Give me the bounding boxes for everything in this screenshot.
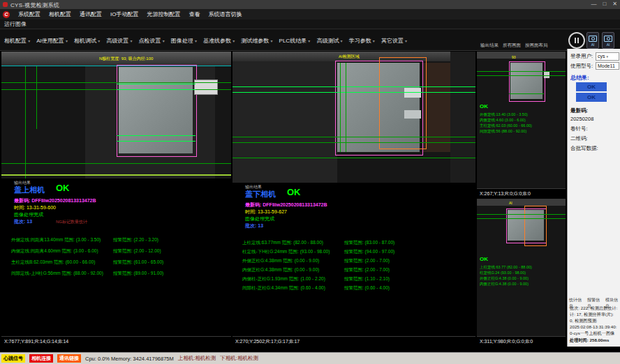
model-label: 使用型号:	[570, 63, 593, 70]
tool-spot-check[interactable]: 点检设置 ▾	[139, 37, 165, 45]
stats-line: 计: 17, 检测分辨率(片):	[570, 312, 614, 318]
tool-ai-config[interactable]: AI使用配置 ▾	[36, 37, 68, 45]
alarm-range: 报警范围: (2.00 - 12.00)	[113, 248, 161, 255]
overlay-line	[477, 218, 566, 219]
processing-time: 处理时间: 258.00ms	[570, 338, 609, 344]
machine-block	[422, 63, 450, 152]
close-button[interactable]: ✕	[612, 1, 617, 7]
stats-line: 0-cys一号上相机一图像	[570, 331, 614, 337]
latest-code: 最新码: DFFIiiw2025020813313472B	[245, 202, 327, 208]
lens-icon	[591, 37, 595, 40]
camera-2-button[interactable]: AI	[602, 32, 614, 49]
highlight-spot	[404, 110, 421, 119]
tool-other-settings[interactable]: 其它设置 ▾	[381, 37, 407, 45]
output-header: 输出结果 所有画面 按画面布局	[480, 43, 566, 49]
alarm-range: 报警范围: (61.00 - 65.00)	[113, 259, 163, 266]
minimize-button[interactable]: —	[591, 1, 596, 7]
overlay-line	[232, 92, 475, 93]
machine-block	[232, 61, 337, 183]
tool-advanced-test[interactable]: 高级测试 ▾	[316, 37, 342, 45]
model-select[interactable]: Mode11	[596, 62, 619, 70]
tool-learning-params[interactable]: 学习参数 ▾	[349, 37, 375, 45]
measure-overlay-label: 93	[512, 55, 516, 59]
batch-note: NG标记数量统计	[56, 219, 87, 225]
pause-button[interactable]	[568, 32, 585, 49]
mini-measure-line: 内侧正柱G:4.38 (0.00 - 9.00)	[480, 281, 532, 287]
pixel-coords-top-camera: X:7677;Y:891;R:14;G:14;B:14	[1, 336, 231, 347]
roi-box	[509, 61, 545, 102]
right-sidebar: 登录用户: cys ▾ 使用型号: Mode11 总结果: OK OK 最新码:…	[567, 49, 620, 347]
tool-camera-debug[interactable]: 相机调试 ▾	[74, 37, 100, 45]
app-window: CYS-视觉检测系统 — □ ✕ C 系统配置 相机配置 通讯配置 IO手动配置…	[0, 0, 620, 364]
alarm-range: 报警范围: (2.20 - 3.20)	[113, 237, 158, 243]
menu-item-system[interactable]: 系统配置	[18, 10, 40, 18]
stats-line: 0, 检测图预测:	[570, 318, 598, 324]
menu-item-light[interactable]: 光源控制配置	[147, 10, 180, 18]
overlay-line	[117, 89, 195, 90]
stats-line: 批次: 222, 检测总数统计:	[570, 305, 617, 312]
measure-row: 间隙柱-正柱G:4.34mm 范围: (0.60 - 4.00)	[242, 285, 325, 291]
chevron-down-icon: ▾	[271, 39, 273, 43]
ai-badge: AI	[587, 43, 598, 47]
heartbeat-indicator: 心跳信号	[1, 354, 25, 363]
roi-box	[117, 65, 197, 157]
mini-measure-line: 内侧定线:4.60 (3.00 - 6.00)	[480, 117, 532, 123]
menu-item-language[interactable]: 系统语言切换	[208, 10, 242, 18]
measure-row: 上柱定线:63.77mm 范围: (82.00 - 88.00)	[242, 240, 323, 246]
mini-measure-line: 外侧定线:13.40 (3.00 - 3.50)	[480, 112, 532, 117]
overlay-line	[232, 158, 475, 158]
tool-advanced-settings[interactable]: 高级设置 ▾	[106, 37, 132, 45]
chevron-down-icon: ▾	[405, 39, 407, 43]
mini-measure-line: 柱定线G:24 (93.00 - 98.00)	[480, 270, 532, 275]
menu-item-io[interactable]: IO手动配置	[110, 10, 138, 18]
overlay-line	[117, 84, 195, 84]
camera-title: 盖上相机	[14, 185, 45, 195]
app-logo-icon: C	[3, 11, 10, 18]
mini-measurements: 上柱定线:63.77 (82.00 - 88.00) 柱定线G:24 (93.0…	[480, 264, 532, 287]
latest-code-value: 20250208	[570, 116, 593, 122]
ai-badge: AI	[603, 43, 614, 47]
maximize-button[interactable]: □	[603, 1, 606, 7]
lens-icon	[607, 37, 610, 40]
menu-item-comm[interactable]: 通讯配置	[80, 10, 102, 18]
login-user-select[interactable]: cys ▾	[596, 52, 619, 61]
tool-baseline-params[interactable]: 基准线参数 ▾	[203, 37, 235, 45]
result-ok-text: OK	[480, 103, 488, 109]
comm-link-indicator: 通讯链接	[57, 354, 81, 363]
tab-run-image[interactable]: 运行图像	[0, 20, 620, 29]
tool-test-params[interactable]: 测试维参数 ▾	[241, 37, 272, 45]
tool-image-processing[interactable]: 图像处理 ▾	[171, 37, 197, 45]
result-ok-text: OK	[56, 183, 70, 193]
tool-plc-results[interactable]: PLC线结果 ▾	[279, 37, 311, 45]
overlay-line	[477, 214, 566, 215]
camera-1-button[interactable]: AI	[586, 32, 599, 49]
camera-connection-indicator: 相机连接	[29, 354, 53, 363]
total-result-box-top: OK	[576, 82, 607, 91]
alarm-range: 报警范围: (2.00 - 7.00)	[344, 267, 390, 273]
output-header-col1[interactable]: 输出结果	[480, 43, 499, 49]
batch-number: 批次: 13	[14, 218, 32, 225]
output-header-col3[interactable]: 按画面布局	[525, 43, 548, 49]
login-user-label: 登录用户:	[570, 53, 593, 60]
batch-number: 批次: 13	[245, 222, 263, 229]
timestamp: 时间: 13-31-59-600	[14, 204, 56, 211]
menu-item-camera[interactable]: 相机配置	[49, 10, 71, 18]
latest-code-label: 最新码:	[570, 107, 588, 114]
ai-roi-box	[524, 206, 547, 246]
overlay-line	[477, 75, 566, 76]
result-ok-text: OK	[480, 256, 488, 262]
top-camera-status: 上相机:相机检测	[178, 355, 216, 362]
output-header-col2[interactable]: 所有画面	[503, 43, 521, 49]
chevron-down-icon: ▾	[66, 39, 68, 43]
chevron-down-icon: ▾	[373, 39, 375, 43]
chevron-down-icon: ▾	[606, 54, 608, 59]
result-ok-text: OK	[287, 187, 301, 197]
tool-camera-config[interactable]: 相机配置 ▾	[4, 37, 30, 45]
alarm-range: 报警范围: (89.00 - 91.00)	[113, 271, 163, 277]
process-status: 图像处理完成	[245, 215, 274, 222]
chevron-down-icon: ▾	[163, 39, 165, 43]
title-bar: CYS-视觉检测系统 — □ ✕	[0, 0, 620, 9]
overlay-line	[509, 93, 544, 94]
overlay-line	[1, 82, 231, 83]
menu-item-view[interactable]: 查看	[189, 10, 200, 18]
